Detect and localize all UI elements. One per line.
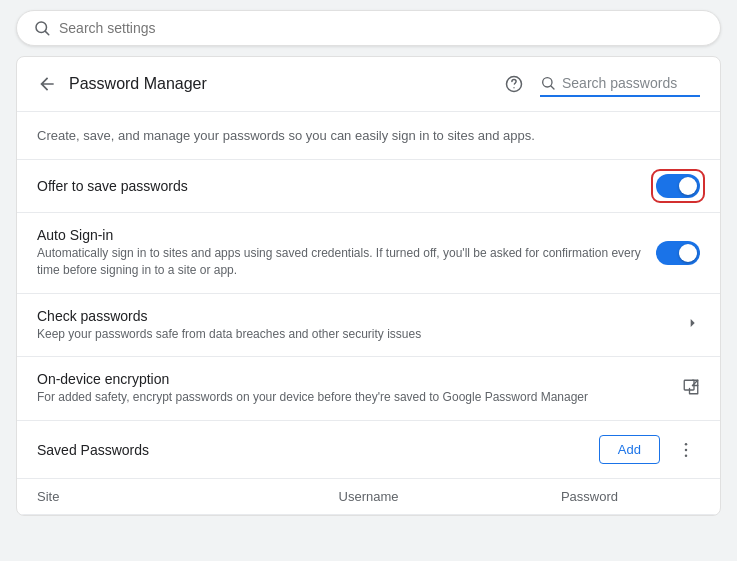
back-arrow-icon xyxy=(37,74,57,94)
help-button[interactable] xyxy=(504,74,524,94)
password-search-input[interactable] xyxy=(562,75,692,91)
toggle-offer-to-save[interactable] xyxy=(656,174,700,198)
more-options-button[interactable] xyxy=(672,436,700,464)
svg-point-10 xyxy=(685,454,688,457)
setting-title-check-passwords: Check passwords xyxy=(37,308,684,324)
svg-line-7 xyxy=(693,381,698,386)
add-password-button[interactable]: Add xyxy=(599,435,660,464)
ext-link-icon-on-device-encryption[interactable] xyxy=(682,378,700,399)
svg-line-5 xyxy=(551,86,554,89)
setting-row-check-passwords: Check passwordsKeep your passwords safe … xyxy=(17,294,720,358)
setting-row-on-device-encryption: On-device encryptionFor added safety, en… xyxy=(17,357,720,421)
svg-point-9 xyxy=(685,448,688,451)
col-header-username: Username xyxy=(258,489,479,504)
table-header: Site Username Password xyxy=(17,479,720,515)
main-content: Password Manager Create, save, and manag… xyxy=(16,56,721,516)
setting-title-on-device-encryption: On-device encryption xyxy=(37,371,682,387)
setting-title-offer-to-save: Offer to save passwords xyxy=(37,178,656,194)
setting-row-auto-sign-in: Auto Sign-inAutomatically sign in to sit… xyxy=(17,213,720,294)
help-icon xyxy=(504,74,524,94)
more-vert-icon xyxy=(676,440,696,460)
pm-description: Create, save, and manage your passwords … xyxy=(17,112,720,160)
arrow-icon-check-passwords[interactable] xyxy=(684,315,700,335)
saved-passwords-header: Saved Passwords Add xyxy=(17,421,720,479)
setting-row-offer-to-save: Offer to save passwords xyxy=(17,160,720,213)
top-search-bar xyxy=(0,0,737,56)
svg-point-3 xyxy=(513,87,514,88)
top-search-wrap[interactable] xyxy=(16,10,721,46)
settings-container: Offer to save passwordsAuto Sign-inAutom… xyxy=(17,160,720,421)
password-search-icon xyxy=(540,75,556,91)
toggle-auto-sign-in[interactable] xyxy=(656,241,700,265)
svg-point-8 xyxy=(685,443,688,446)
col-header-site: Site xyxy=(37,489,258,504)
col-header-password: Password xyxy=(479,489,700,504)
setting-desc-auto-sign-in: Automatically sign in to sites and apps … xyxy=(37,245,656,279)
setting-title-auto-sign-in: Auto Sign-in xyxy=(37,227,656,243)
setting-desc-on-device-encryption: For added safety, encrypt passwords on y… xyxy=(37,389,682,406)
setting-desc-check-passwords: Keep your passwords safe from data breac… xyxy=(37,326,684,343)
pm-header: Password Manager xyxy=(17,57,720,112)
search-icon xyxy=(33,19,51,37)
back-button[interactable] xyxy=(37,74,57,94)
top-search-input[interactable] xyxy=(59,20,704,36)
password-search-wrap[interactable] xyxy=(540,71,700,97)
saved-passwords-title: Saved Passwords xyxy=(37,442,599,458)
svg-line-1 xyxy=(45,31,48,34)
page-title: Password Manager xyxy=(69,75,504,93)
